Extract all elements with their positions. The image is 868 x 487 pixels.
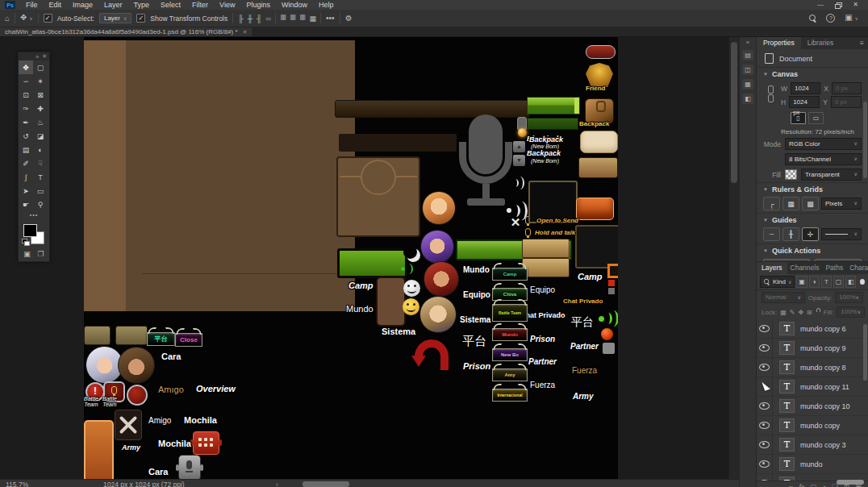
distribute-horizontal-icon[interactable]: ⦀⦀ (281, 14, 286, 23)
units-dropdown[interactable]: Pixels∨ (821, 198, 862, 210)
vertical-scrollbar[interactable] (728, 37, 739, 479)
text-layer-thumbnail[interactable]: T (779, 477, 795, 481)
text-layer-thumbnail[interactable]: T (779, 399, 795, 413)
distribute-vertical-icon[interactable]: ⦀⦀ (290, 14, 295, 23)
home-icon[interactable]: ⌂ (5, 14, 10, 23)
menu-type[interactable]: Type (128, 0, 156, 10)
foreground-color-swatch[interactable] (23, 224, 37, 237)
menu-edit[interactable]: Edit (44, 0, 68, 10)
layer-name[interactable]: mundo (800, 460, 823, 468)
quick-mask-icon[interactable]: ▣ (23, 250, 31, 258)
align-left-icon[interactable]: ╟ (238, 15, 242, 23)
menu-window[interactable]: Window (276, 0, 313, 10)
clone-stamp-tool[interactable]: ♨ (33, 115, 48, 129)
brush-tool[interactable]: ✒ (19, 115, 33, 129)
collapsed-panel-icon-1[interactable]: ▤ (742, 50, 753, 60)
window-resize-grip[interactable] (837, 480, 864, 485)
text-layer-thumbnail[interactable]: T (779, 322, 795, 335)
zoom-level[interactable]: 115.7% (0, 481, 28, 487)
history-brush-tool[interactable]: ↺ (19, 129, 33, 143)
align-middle-icon[interactable]: ═ (265, 15, 269, 23)
eraser-tool[interactable]: ◪ (33, 129, 48, 143)
tab-channels[interactable]: Channels (787, 262, 823, 274)
tab-properties[interactable]: Properties (757, 37, 801, 49)
width-input[interactable]: 1024 px (791, 82, 820, 94)
lock-guides-icon[interactable]: ╂ (782, 227, 799, 241)
layer-name[interactable]: mundo copy 3 (800, 441, 846, 449)
filter-pixel-layers-icon[interactable]: ▣ (796, 276, 807, 288)
menu-select[interactable]: Select (155, 0, 186, 10)
canvas-section-header[interactable]: ▼Canvas (757, 67, 868, 80)
help-icon[interactable]: ? (826, 14, 835, 23)
layer-name[interactable]: mundo copy 8 (800, 364, 846, 372)
filter-smart-objects-icon[interactable]: ◧ (845, 276, 856, 288)
filter-kind-dropdown[interactable]: Kind∨ (760, 276, 795, 288)
tab-paths[interactable]: Paths (822, 262, 846, 274)
gradient-tool[interactable]: ▤ (19, 143, 33, 156)
lock-position-icon[interactable]: ✥ (798, 309, 803, 316)
lock-transparent-icon[interactable]: ▦ (780, 309, 787, 316)
text-layer-thumbnail[interactable]: T (779, 360, 795, 374)
layer-visibility-eye-icon[interactable] (757, 455, 773, 473)
layer-visibility-eye-icon[interactable] (757, 339, 773, 357)
screen-mode-icon[interactable]: ❐ (38, 250, 44, 258)
auto-select-checkbox[interactable]: ✓ (44, 14, 52, 23)
layer-name[interactable]: mundo copy 11 (800, 383, 849, 391)
layer-row[interactable]: Tmundo copy (757, 416, 868, 435)
layer-name[interactable]: mundo copy (800, 422, 840, 430)
menu-file[interactable]: File (20, 0, 44, 10)
move-tool[interactable]: ✥ (19, 60, 33, 74)
layer-row[interactable]: Tmundo copy 11 (757, 377, 868, 397)
vertical-scrollbar-thumb[interactable] (731, 42, 737, 183)
guide-layout-icon[interactable]: ┄ (763, 227, 780, 241)
text-layer-thumbnail[interactable]: T (779, 418, 795, 432)
type-tool[interactable]: T (33, 170, 48, 184)
quick-actions-section-header[interactable]: ▼Quick Actions (757, 244, 868, 256)
pen-tool[interactable]: ✐ (19, 156, 33, 170)
rulers-grids-section-header[interactable]: ▼Rulers & Grids (757, 182, 868, 195)
filter-type-layers-icon[interactable]: T (821, 276, 832, 288)
document-canvas[interactable]: ▲ ▼ ✕ (84, 37, 618, 479)
filter-toggle[interactable] (860, 279, 865, 285)
grid-icon[interactable]: ▦ (782, 197, 799, 210)
eyedropper-tool[interactable]: ✑ (19, 102, 33, 115)
image-size-button[interactable]: Image Size (763, 259, 810, 261)
menu-view[interactable]: View (214, 0, 240, 10)
layer-visibility-eye-icon[interactable] (757, 358, 773, 377)
tab-character[interactable]: Character (846, 262, 868, 274)
zoom-tool[interactable]: ⚲ (33, 198, 48, 211)
curvature-pen-tool[interactable]: ∫ (19, 170, 33, 184)
crop-button[interactable]: Crop (815, 259, 862, 261)
panel-menu-icon[interactable]: ≡ (856, 37, 868, 49)
healing-brush-tool[interactable]: ✚ (33, 102, 48, 115)
layer-effects-icon[interactable]: fx (799, 483, 804, 487)
layer-visibility-eye-icon[interactable] (757, 416, 773, 435)
bit-depth-dropdown[interactable]: 8 Bits/Channel∨ (785, 153, 862, 165)
text-layer-thumbnail[interactable]: T (779, 438, 795, 452)
layer-mask-icon[interactable]: ▢ (810, 483, 816, 487)
guides-section-header[interactable]: ▼Guides (757, 213, 868, 226)
layer-visibility-eye-icon[interactable] (757, 319, 773, 338)
layer-row[interactable]: Tmundo copy 10 (757, 397, 868, 416)
layer-row[interactable]: Tmundo copy 6 (757, 319, 868, 339)
blend-mode-dropdown[interactable]: Normal∨ (762, 292, 805, 303)
smudge-tool[interactable]: ☟ (33, 156, 48, 170)
collapsed-panel-icon-3[interactable]: ▦ (742, 79, 753, 89)
show-transform-checkbox[interactable]: ✓ (136, 14, 145, 23)
layer-visibility-eye-icon[interactable] (757, 435, 773, 454)
guide-style-dropdown[interactable]: ∨ (821, 228, 862, 240)
menu-layer[interactable]: Layer (98, 0, 128, 10)
layers-scrollbar-thumb[interactable] (863, 324, 867, 381)
align-distribute-more-icon[interactable]: ▦ (310, 15, 316, 23)
layer-name[interactable]: mundo copy 10 (800, 402, 850, 410)
frame-tool[interactable]: ⊠ (33, 88, 48, 102)
search-icon[interactable] (809, 15, 816, 22)
align-center-icon[interactable]: ╫ (248, 15, 252, 23)
text-layer-thumbnail[interactable]: T (779, 380, 795, 393)
crop-tool[interactable]: ⊡ (19, 88, 33, 102)
layer-row[interactable]: Tmundo copy 9 (757, 339, 868, 358)
fill-dropdown[interactable]: Transparent∨ (801, 169, 862, 181)
properties-scrollbar-thumb[interactable] (863, 102, 867, 178)
filter-adjustment-layers-icon[interactable]: ◑ (809, 276, 820, 288)
opacity-input[interactable]: 100%∨ (835, 292, 863, 303)
